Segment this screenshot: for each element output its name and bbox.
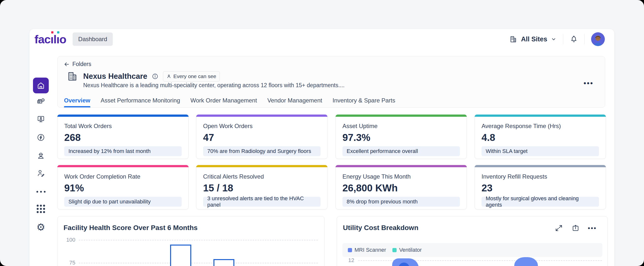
- sidebar-item-home[interactable]: [33, 78, 49, 93]
- kpi-title: Inventory Refill Requests: [482, 173, 547, 180]
- kpi-card-completion-rate: Work Order Completion Rate 91% Slight di…: [57, 165, 188, 209]
- buildings-icon: [509, 35, 518, 43]
- kpi-accent-bar: [475, 165, 606, 167]
- left-sidebar: $: [30, 51, 57, 266]
- settings-gear-icon: ⚙: [36, 222, 45, 232]
- sidebar-item-technicians[interactable]: [36, 151, 45, 160]
- logo-seg: l: [54, 34, 56, 45]
- kpi-card-open-work-orders: Open Work Orders 47 70% are from Radiolo…: [196, 115, 328, 159]
- back-to-folders[interactable]: Folders: [64, 61, 91, 68]
- legend-item-mri-scanner[interactable]: MRI Scanner: [348, 247, 386, 253]
- kpi-value: 15 / 18: [203, 182, 233, 194]
- y-tick-75: 75: [62, 259, 75, 266]
- user-avatar[interactable]: [591, 32, 605, 46]
- tab-vendor-management[interactable]: Vendor Management: [267, 94, 322, 107]
- chart-title: Utility Cost Breakdown: [343, 224, 418, 232]
- home-icon: [36, 81, 45, 90]
- tab-overview[interactable]: Overview: [64, 94, 90, 107]
- kpi-value: 23: [482, 182, 492, 194]
- facility-more-button[interactable]: •••: [584, 79, 594, 87]
- tab-work-order-management[interactable]: Work Order Management: [190, 94, 257, 107]
- svg-text:$: $: [42, 99, 44, 101]
- kpi-note: Slight dip due to part unavailability: [64, 197, 182, 207]
- expand-icon: [555, 224, 563, 232]
- kpi-accent-bar: [196, 115, 328, 117]
- kpi-note: Mostly for surgical gloves and cleaning …: [482, 197, 599, 207]
- kpi-value: 4.8: [482, 132, 495, 143]
- tab-bar: Overview Asset Performance Monitoring Wo…: [64, 94, 598, 107]
- kpi-value: 26,800 KWh: [342, 182, 398, 194]
- header-divider: [584, 34, 585, 44]
- sidebar-item-apps[interactable]: [36, 204, 45, 213]
- info-icon[interactable]: [152, 73, 158, 80]
- bell-icon: [570, 35, 578, 43]
- kpi-note: Increased by 12% from last month: [64, 146, 182, 156]
- kpi-title: Total Work Orders: [64, 123, 112, 130]
- kpi-value: 97.3%: [342, 132, 370, 143]
- facility-name-row: Nexus Healthcare Every one can see: [83, 71, 220, 82]
- site-selector[interactable]: All Sites: [509, 35, 556, 43]
- chart-actions: •••: [554, 223, 597, 233]
- logo-i1: ı: [50, 34, 54, 45]
- facility-health-chart-card: Facility Health Score Over Past 6 Months…: [57, 216, 324, 266]
- tab-inventory-spare-parts[interactable]: Inventory & Spare Parts: [332, 94, 395, 107]
- utility-area-peak[interactable]: [514, 257, 538, 266]
- sidebar-item-contacts[interactable]: [36, 169, 45, 178]
- export-button[interactable]: [571, 223, 580, 233]
- visibility-badge-label: Every one can see: [173, 73, 216, 79]
- legend-label: MRI Scanner: [354, 247, 386, 253]
- visibility-badge[interactable]: Every one can see: [163, 71, 220, 82]
- health-score-bar[interactable]: [170, 244, 191, 266]
- logo-i2: ı: [56, 34, 59, 45]
- y-tick-12: 12: [342, 257, 354, 263]
- kpi-title: Energy Usage This Month: [342, 173, 410, 180]
- monitor-user-icon: [36, 115, 45, 123]
- kpi-card-total-work-orders: Total Work Orders 268 Increased by 12% f…: [57, 115, 188, 159]
- facility-summary-panel: Folders Nexus Healthcare: [57, 56, 605, 108]
- legend-item-ventilator[interactable]: Ventilator: [392, 247, 422, 253]
- kpi-title: Asset Uptime: [342, 123, 378, 130]
- chart-title: Facility Health Score Over Past 6 Months: [64, 224, 198, 232]
- export-icon: [572, 224, 580, 232]
- header-right: All Sites: [509, 32, 605, 46]
- sidebar-item-energy[interactable]: [36, 133, 45, 142]
- folders-label: Folders: [72, 61, 91, 68]
- tab-asset-performance-monitoring[interactable]: Asset Performance Monitoring: [101, 94, 180, 107]
- kpi-note: Excellent performance overall: [342, 146, 460, 156]
- kpi-value: 91%: [64, 182, 84, 194]
- legend-swatch: [392, 248, 396, 252]
- utility-cost-chart-card: Utility Cost Breakdown: [337, 216, 608, 266]
- kpi-card-critical-alerts: Critical Alerts Resolved 15 / 18 3 unres…: [196, 165, 328, 209]
- expand-button[interactable]: [554, 223, 564, 233]
- gridline-100: [79, 240, 318, 240]
- facility-description: Nexus Healthcare is a leading multi-spec…: [83, 82, 345, 89]
- sidebar-item-assets[interactable]: $: [36, 97, 45, 106]
- logo-seg: fac: [34, 34, 50, 45]
- kpi-card-asset-uptime: Asset Uptime 97.3% Excellent performance…: [336, 115, 467, 159]
- top-header: facılıo Dashboard All Sites: [30, 29, 614, 49]
- kpi-title: Open Work Orders: [203, 123, 252, 130]
- gridline-75: [79, 263, 318, 263]
- chart-more-button[interactable]: •••: [588, 223, 597, 233]
- kpi-accent-bar: [57, 165, 188, 167]
- logo-dot-pink: [51, 31, 54, 34]
- logo-dot-teal: [57, 31, 59, 34]
- sidebar-item-settings[interactable]: ⚙: [36, 223, 45, 231]
- app-window: facılıo Dashboard All Sites: [30, 29, 614, 266]
- hospital-building-icon: [67, 71, 78, 82]
- sidebar-item-workstation[interactable]: [36, 115, 45, 123]
- energy-icon: [36, 133, 45, 142]
- chevron-down-icon: [551, 36, 556, 42]
- header-divider: [563, 34, 563, 44]
- dashboard-chip[interactable]: Dashboard: [72, 33, 113, 46]
- notifications-button[interactable]: [570, 35, 578, 43]
- health-score-bar[interactable]: [214, 259, 234, 266]
- facilio-logo[interactable]: facılıo: [34, 34, 66, 45]
- apps-grid-icon: [37, 205, 45, 213]
- kpi-note: 3 unresolved alerts are tied to the HVAC…: [203, 197, 320, 207]
- sidebar-item-more[interactable]: [36, 187, 45, 196]
- technician-icon: [36, 151, 45, 160]
- kpi-title: Critical Alerts Resolved: [203, 173, 264, 180]
- kpi-accent-bar: [336, 115, 467, 117]
- kpi-accent-bar: [196, 165, 328, 167]
